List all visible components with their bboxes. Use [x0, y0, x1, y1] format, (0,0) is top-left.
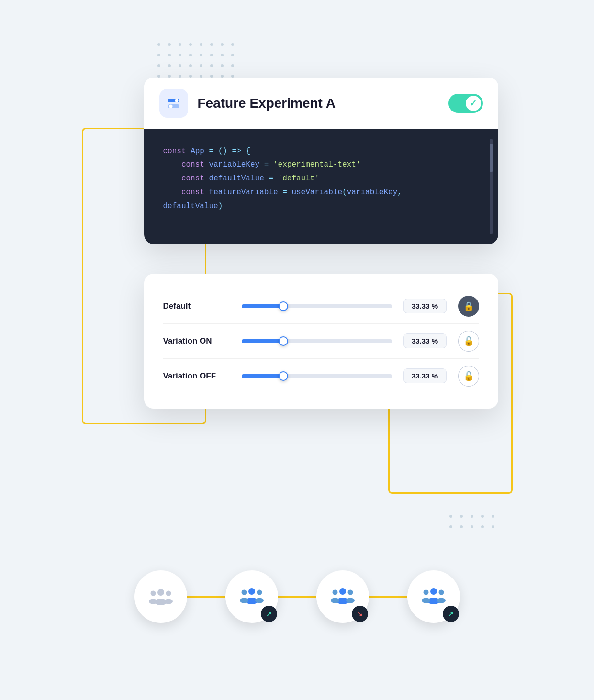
code-line-4: const featureVariable = useVariable(vari…: [163, 186, 479, 200]
code-line-5: defaultValue): [163, 200, 479, 213]
arrow-up-icon-2: ↗: [448, 610, 454, 618]
code-block: const App = () => { const variableKey = …: [144, 129, 498, 244]
users-icon-blue-3: [421, 586, 446, 608]
svg-point-6: [150, 590, 156, 596]
slider-label-variation-off: Variation OFF: [163, 371, 230, 381]
avatar-item-3: ↘: [316, 570, 369, 623]
scrollbar[interactable]: [490, 139, 493, 234]
slider-track-default[interactable]: [242, 304, 392, 308]
arrow-down-icon: ↘: [357, 610, 363, 618]
sliders-card: Default 33.33 % 🔒 Variation ON 33.3: [144, 274, 498, 409]
svg-point-20: [347, 589, 353, 595]
avatar-item-1: [134, 570, 187, 623]
avatars-row: ↗: [120, 570, 474, 623]
lock-icon-default: 🔒: [463, 301, 474, 311]
slider-label-default: Default: [163, 301, 230, 311]
svg-point-12: [241, 589, 247, 595]
slider-track-variation-off[interactable]: [242, 374, 392, 378]
svg-point-18: [332, 589, 337, 595]
svg-point-9: [164, 599, 173, 604]
svg-point-25: [422, 598, 430, 603]
avatar-circle-2: ↗: [225, 570, 278, 623]
avatar-circle-4: ↗: [407, 570, 460, 623]
avatar-badge-up-1: ↗: [261, 606, 277, 622]
card-title: Feature Experiment A: [198, 96, 439, 111]
card-header: Feature Experiment A ✓: [144, 78, 498, 129]
svg-point-21: [346, 598, 355, 603]
lock-button-default[interactable]: 🔒: [458, 296, 479, 317]
slider-track-variation-on[interactable]: [242, 339, 392, 343]
slider-value-variation-on: 33.33 %: [403, 333, 447, 348]
users-icon-blue-1: [239, 586, 264, 608]
avatar-badge-down: ↘: [352, 606, 368, 622]
slider-value-variation-off: 33.33 %: [403, 368, 447, 383]
scene: const dg = document.querySelector('.dot-…: [82, 39, 513, 661]
svg-point-27: [437, 598, 446, 603]
lock-button-variation-on[interactable]: 🔓: [458, 331, 479, 352]
check-icon: ✓: [470, 98, 477, 109]
svg-point-7: [149, 599, 157, 604]
avatar-badge-up-2: ↗: [443, 606, 459, 622]
slider-row-variation-on: Variation ON 33.33 % 🔓: [163, 323, 479, 358]
lock-icon-variation-on: 🔓: [463, 336, 474, 346]
users-icon-blue-2: [330, 586, 355, 608]
svg-point-14: [257, 589, 262, 595]
svg-point-2: [175, 99, 178, 102]
svg-point-10: [248, 588, 255, 595]
code-line-2: const variableKey = 'experimental-text': [163, 158, 479, 172]
lock-icon-variation-off: 🔓: [463, 371, 474, 381]
connector-1: [187, 573, 225, 621]
code-line-3: const defaultValue = 'default': [163, 172, 479, 186]
svg-point-15: [255, 598, 264, 603]
svg-point-26: [438, 589, 444, 595]
feature-icon: [159, 89, 188, 118]
slider-row-default: Default 33.33 % 🔒: [163, 289, 479, 323]
svg-point-13: [240, 598, 248, 603]
avatar-circle-3: ↘: [316, 570, 369, 623]
toggle-switch[interactable]: ✓: [448, 94, 483, 113]
dot-grid-bottom: const dg2 = document.querySelector('.dot…: [446, 511, 498, 532]
users-icon-grey: [148, 586, 173, 608]
svg-point-3: [169, 104, 172, 108]
slider-row-variation-off: Variation OFF 33.33 % 🔓: [163, 358, 479, 393]
connector-2: [278, 573, 316, 621]
connector-3: [369, 573, 407, 621]
code-line-1: const App = () => {: [163, 144, 479, 158]
svg-point-16: [339, 588, 346, 595]
svg-point-24: [423, 589, 428, 595]
slider-label-variation-on: Variation ON: [163, 336, 230, 346]
svg-point-4: [157, 589, 164, 596]
slider-value-default: 33.33 %: [403, 299, 447, 313]
svg-point-22: [430, 588, 437, 595]
svg-point-8: [166, 590, 171, 596]
avatar-item-2: ↗: [225, 570, 278, 623]
lock-button-variation-off[interactable]: 🔓: [458, 366, 479, 387]
svg-point-19: [331, 598, 339, 603]
arrow-up-icon-1: ↗: [266, 610, 272, 618]
avatar-circle-1: [134, 570, 187, 623]
feature-card: Feature Experiment A ✓ const App = () =>…: [144, 78, 498, 244]
avatar-item-4: ↗: [407, 570, 460, 623]
